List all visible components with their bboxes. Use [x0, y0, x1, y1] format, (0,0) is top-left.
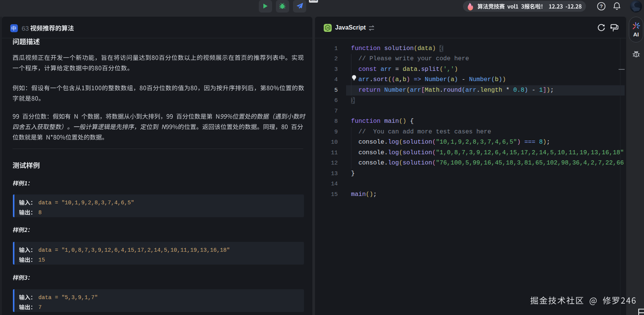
- svg-text:JS: JS: [326, 26, 329, 30]
- svg-text:?: ?: [600, 3, 603, 9]
